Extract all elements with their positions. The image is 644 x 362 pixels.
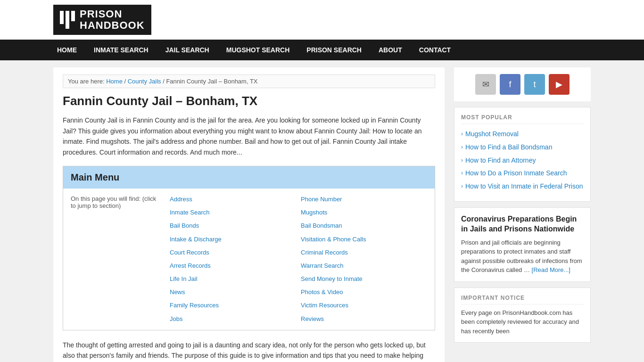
nav-about[interactable]: ABOUT [370,40,411,60]
menu-link-address[interactable]: Address [170,195,296,204]
logo-bars [60,11,75,29]
menu-link-arrest-records[interactable]: Arrest Records [170,262,296,270]
nav-contact[interactable]: CONTACT [411,40,459,60]
popular-item-4: › How to Do a Prison Inmate Search [461,169,584,178]
featured-article: Coronavirus Preparations Begin in Jails … [454,207,591,282]
logo-bar-1 [60,11,64,24]
article-intro: Fannin County Jail is in Fannin County a… [63,115,435,157]
page-layout: You are here: Home / County Jails / Fann… [49,60,595,362]
main-menu-box: Main Menu On this page you will find: (c… [63,166,435,330]
menu-link-visitation[interactable]: Visitation & Phone Calls [301,235,427,244]
popular-link-5[interactable]: How to Visit an Inmate in Federal Prison [465,182,583,191]
popular-item-3: › How to Find an Attorney [461,156,584,165]
article-footer-text: The thought of getting arrested and goin… [63,340,435,362]
article-title: Fannin County Jail – Bonham, TX [63,94,435,108]
main-menu-header: Main Menu [63,166,435,189]
popular-link-1[interactable]: Mugshot Removal [465,130,519,139]
sidebar: ✉ f t ▶ MOST POPULAR › Mugshot Removal ›… [454,67,591,362]
menu-link-court-records[interactable]: Court Records [170,248,296,257]
menu-link-bail-bonds[interactable]: Bail Bonds [170,222,296,230]
popular-link-3[interactable]: How to Find an Attorney [465,156,536,165]
navigation: HOME INMATE SEARCH JAIL SEARCH MUGSHOT S… [0,40,644,60]
menu-link-inmate-search[interactable]: Inmate Search [170,208,296,217]
menu-link-life-in-jail[interactable]: Life In Jail [170,275,296,283]
menu-link-family-resources[interactable]: Family Resources [170,301,296,310]
menu-link-jobs[interactable]: Jobs [170,315,296,323]
logo-bar-2 [66,11,69,29]
popular-link-2[interactable]: How to Find a Bail Bondsman [465,143,552,152]
menu-link-send-money[interactable]: Send Money to Inmate [301,275,427,283]
header: PRISON HANDBOOK [0,0,644,40]
read-more-link[interactable]: [Read More...] [532,266,570,273]
menu-intro-text: On this page you will find: (click to ju… [71,195,160,209]
bullet-icon-4: › [461,170,463,176]
nav-mugshot-search[interactable]: MUGSHOT SEARCH [218,40,298,60]
bullet-icon-2: › [461,144,463,150]
menu-col-2: Phone Number Mugshots Bail Bondsman Visi… [301,195,427,323]
important-notice-text: Every page on PrisonHandbook.com has bee… [461,308,584,336]
popular-item-1: › Mugshot Removal [461,130,584,139]
menu-col-1: Address Inmate Search Bail Bonds Intake … [170,195,296,323]
menu-link-news[interactable]: News [170,288,296,296]
breadcrumb: You are here: Home / County Jails / Fann… [63,74,435,88]
popular-link-4[interactable]: How to Do a Prison Inmate Search [465,169,567,178]
menu-link-reviews[interactable]: Reviews [301,315,427,323]
nav-inmate-search[interactable]: INMATE SEARCH [85,40,157,60]
featured-article-text: Prison and jail officials are beginning … [461,238,584,275]
breadcrumb-county[interactable]: County Jails [128,78,161,85]
logo-text: PRISON HANDBOOK [80,8,145,31]
important-notice: IMPORTANT NOTICE Every page on PrisonHan… [454,288,591,343]
bullet-icon-1: › [461,131,463,137]
featured-article-title: Coronavirus Preparations Begin in Jails … [461,214,584,234]
most-popular-section: MOST POPULAR › Mugshot Removal › How to … [454,107,591,202]
twitter-icon[interactable]: t [524,74,545,95]
menu-link-intake[interactable]: Intake & Discharge [170,235,296,244]
nav-jail-search[interactable]: JAIL SEARCH [157,40,218,60]
breadcrumb-home[interactable]: Home [106,78,123,85]
menu-link-photos-video[interactable]: Photos & Video [301,288,427,296]
logo[interactable]: PRISON HANDBOOK [53,5,151,35]
nav-home[interactable]: HOME [49,40,85,60]
most-popular-title: MOST POPULAR [461,114,584,124]
email-icon[interactable]: ✉ [475,74,496,95]
important-notice-title: IMPORTANT NOTICE [461,295,584,304]
bullet-icon-5: › [461,183,463,189]
nav-prison-search[interactable]: PRISON SEARCH [298,40,370,60]
menu-link-mugshots[interactable]: Mugshots [301,208,427,217]
menu-link-warrant-search[interactable]: Warrant Search [301,262,427,270]
social-bar: ✉ f t ▶ [454,67,591,101]
main-menu-content: On this page you will find: (click to ju… [63,189,435,330]
main-content: You are here: Home / County Jails / Fann… [53,67,445,362]
breadcrumb-current: Fannin County Jail – Bonham, TX [166,78,257,85]
logo-bar-3 [71,11,75,21]
menu-link-criminal-records[interactable]: Criminal Records [301,248,427,257]
bullet-icon-3: › [461,157,463,164]
menu-link-victim-resources[interactable]: Victim Resources [301,301,427,310]
youtube-icon[interactable]: ▶ [549,74,570,95]
facebook-icon[interactable]: f [500,74,520,95]
menu-link-phone-number[interactable]: Phone Number [301,195,427,204]
menu-link-bail-bondsman[interactable]: Bail Bondsman [301,222,427,230]
menu-intro-col: On this page you will find: (click to ju… [71,195,165,323]
popular-item-5: › How to Visit an Inmate in Federal Pris… [461,182,584,191]
popular-item-2: › How to Find a Bail Bondsman [461,143,584,152]
